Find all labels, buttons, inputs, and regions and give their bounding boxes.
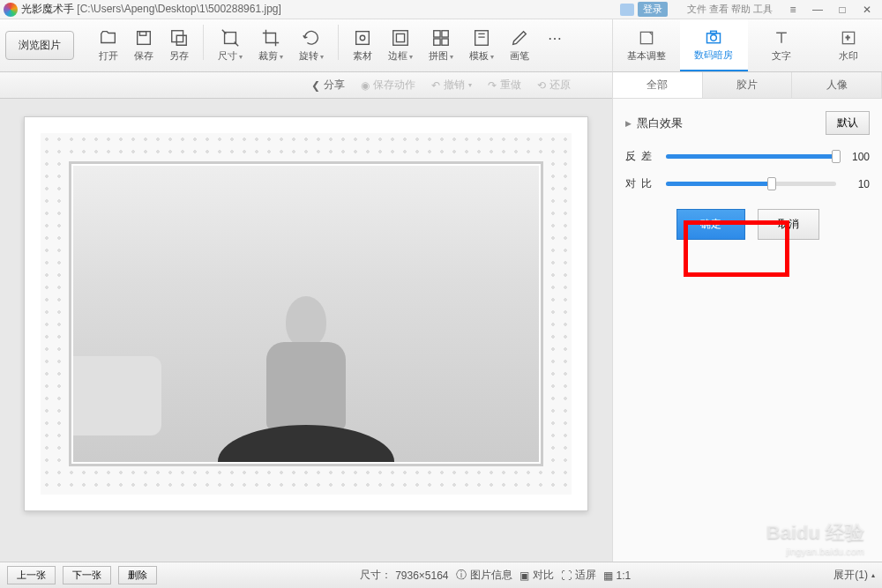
rotate-icon	[302, 28, 321, 48]
toolbar-border[interactable]: 边框▾	[381, 25, 420, 66]
tab-watermark[interactable]: + 水印	[815, 19, 882, 71]
slider-contrast: 反差 100	[625, 149, 870, 164]
delete-button[interactable]: 删除	[118, 566, 157, 584]
save-icon	[134, 28, 153, 48]
material-icon	[353, 28, 372, 48]
image-info-button[interactable]: ⓘ图片信息	[456, 568, 512, 583]
share-icon: ❮	[311, 79, 320, 92]
compare-button[interactable]: ▣对比	[519, 568, 554, 583]
onetoone-button[interactable]: ▦1:1	[603, 569, 632, 582]
toolbar-open[interactable]: 打开	[92, 25, 125, 66]
right-tabs: 基本调整 数码暗房 文字 + 水印	[612, 19, 882, 72]
svg-rect-10	[434, 39, 440, 45]
statusbar: 上一张 下一张 删除 尺寸：7936×5164 ⓘ图片信息 ▣对比 ⛶适屏 ▦1…	[0, 562, 882, 588]
contrast-slider[interactable]	[666, 154, 836, 159]
svg-rect-12	[475, 31, 489, 46]
saveas-icon	[169, 28, 189, 48]
toolbar-brush[interactable]: 画笔	[503, 25, 536, 66]
save-action-button[interactable]: ◉保存动作	[361, 78, 415, 93]
svg-point-15	[711, 34, 717, 41]
svg-point-5	[360, 35, 365, 41]
svg-rect-11	[442, 39, 448, 45]
browse-images-button[interactable]: 浏览图片	[5, 31, 74, 60]
svg-rect-8	[434, 31, 440, 37]
redo-button[interactable]: ↷重做	[488, 78, 521, 93]
template-icon	[472, 28, 491, 48]
image-size-label: 尺寸：7936×5164	[360, 568, 448, 583]
toolbar-crop[interactable]: 裁剪▾	[251, 25, 290, 66]
crop-icon	[261, 28, 280, 48]
compare-icon: ▣	[519, 569, 529, 582]
record-icon: ◉	[361, 79, 370, 92]
more-icon: ⋯	[545, 28, 564, 48]
expand-button[interactable]: 展开(1)▴	[833, 568, 875, 583]
tab-basic-adjust[interactable]: 基本调整	[613, 19, 680, 71]
slider-compare: 对比 10	[625, 176, 870, 191]
svg-rect-6	[393, 31, 408, 46]
cancel-button[interactable]: 取消	[758, 209, 819, 240]
toolbar-more[interactable]: ⋯	[538, 25, 572, 66]
toolbar-saveas[interactable]: 另存	[162, 25, 196, 66]
top-menu-hint: 文件 查看 帮助 工具	[687, 3, 773, 16]
minimize-button[interactable]: —	[806, 2, 829, 18]
camera-icon	[703, 28, 724, 46]
right-panel: 全部 胶片 人像 ▶ 黑白效果 默认 反差 100 对比	[612, 72, 882, 562]
adjust-icon	[636, 29, 657, 47]
svg-rect-3	[225, 33, 236, 44]
image-frame	[24, 116, 588, 511]
effect-title[interactable]: ▶ 黑白效果	[625, 115, 683, 131]
slider-value: 10	[845, 178, 870, 190]
app-title: 光影魔术手 [C:\Users\Apeng\Desktop\1\50028896…	[21, 2, 281, 17]
maximize-button[interactable]: □	[831, 2, 854, 18]
next-image-button[interactable]: 下一张	[63, 566, 111, 584]
baidu-watermark: Baidu 经验 jingyan.baidu.com	[766, 519, 864, 556]
login-button[interactable]: 登录	[638, 2, 668, 17]
sub-tabs: 全部 胶片 人像	[613, 72, 882, 99]
subtab-film[interactable]: 胶片	[703, 72, 793, 98]
toolbar-template[interactable]: 模板▾	[462, 25, 501, 66]
close-button[interactable]: ✕	[856, 2, 878, 18]
toolbar-size[interactable]: 尺寸▾	[211, 25, 250, 66]
svg-text:+: +	[846, 33, 850, 42]
tab-text[interactable]: 文字	[748, 19, 815, 71]
resize-icon	[220, 28, 240, 48]
toolbar-save[interactable]: 保存	[127, 25, 161, 66]
photo-preview	[73, 166, 539, 462]
restore-button[interactable]: ⟲还原	[537, 78, 571, 93]
text-icon	[771, 29, 792, 47]
toolbar-rotate[interactable]: 旋转▾	[292, 25, 331, 66]
svg-rect-1	[139, 32, 146, 36]
login-avatar-icon	[620, 4, 634, 16]
collapse-arrow-icon: ▶	[625, 119, 632, 128]
svg-rect-7	[396, 33, 404, 41]
app-icon	[4, 3, 18, 17]
puzzle-icon	[431, 28, 451, 48]
tab-darkroom[interactable]: 数码暗房	[680, 19, 747, 71]
default-button[interactable]: 默认	[826, 111, 870, 135]
info-icon: ⓘ	[456, 568, 467, 583]
redo-icon: ↷	[488, 79, 497, 92]
border-icon	[391, 28, 410, 48]
subtab-portrait[interactable]: 人像	[792, 72, 882, 98]
brush-icon	[510, 28, 529, 48]
undo-button[interactable]: ↶撤销▾	[431, 78, 472, 93]
toolbar-puzzle[interactable]: 拼图▾	[422, 25, 460, 66]
slider-label: 反差	[625, 149, 657, 164]
share-button[interactable]: ❮分享	[311, 78, 345, 93]
compare-slider[interactable]	[666, 182, 836, 186]
subtab-all[interactable]: 全部	[613, 72, 703, 98]
svg-rect-16	[711, 31, 717, 33]
prev-image-button[interactable]: 上一张	[7, 566, 56, 584]
toolbar-material[interactable]: 素材	[346, 25, 379, 66]
canvas-area[interactable]	[0, 99, 612, 562]
slider-label: 对比	[625, 176, 657, 191]
confirm-button[interactable]: 确定	[676, 209, 745, 240]
svg-rect-4	[356, 32, 370, 45]
watermark-icon: +	[838, 29, 859, 47]
undo-icon: ↶	[431, 79, 440, 92]
slider-value: 100	[845, 151, 870, 163]
svg-rect-2	[172, 31, 183, 42]
fit-screen-button[interactable]: ⛶适屏	[561, 568, 596, 583]
restore-icon: ⟲	[537, 79, 546, 92]
menu-button[interactable]: ≡	[781, 2, 804, 18]
